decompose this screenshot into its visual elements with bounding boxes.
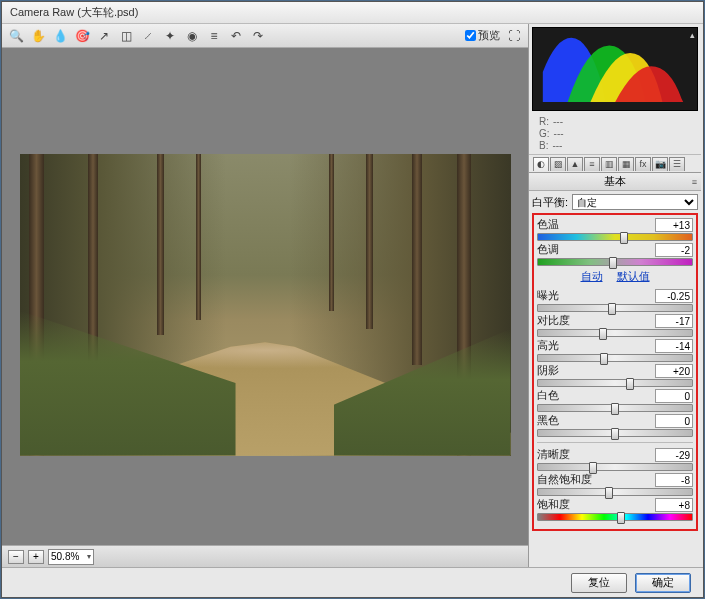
tab-split[interactable]: ▥ bbox=[601, 157, 617, 171]
saturation-thumb[interactable] bbox=[617, 512, 625, 524]
blacks-slider[interactable] bbox=[537, 429, 693, 437]
fullscreen-icon[interactable]: ⛶ bbox=[506, 28, 522, 44]
toolbar: 🔍 ✋ 💧 🎯 ↗ ◫ ⟋ ✦ ◉ ≡ ↶ ↷ 预览 ⛶ bbox=[2, 24, 528, 48]
exposure-slider[interactable] bbox=[537, 304, 693, 312]
reset-button[interactable]: 复位 bbox=[571, 573, 627, 593]
tab-hsl[interactable]: ≡ bbox=[584, 157, 600, 171]
tint-label: 色调 bbox=[537, 243, 559, 257]
highlights-label: 高光 bbox=[537, 339, 559, 353]
zoom-in-button[interactable]: + bbox=[28, 550, 44, 564]
vibrance-label: 自然饱和度 bbox=[537, 473, 592, 487]
crop-tool-icon[interactable]: ◫ bbox=[118, 28, 134, 44]
panel-menu-icon[interactable]: ≡ bbox=[692, 177, 697, 187]
shadows-thumb[interactable] bbox=[626, 378, 634, 390]
temperature-input[interactable] bbox=[655, 218, 693, 232]
zoom-out-button[interactable]: − bbox=[8, 550, 24, 564]
titlebar: Camera Raw (大车轮.psd) bbox=[2, 2, 703, 24]
saturation-input[interactable] bbox=[655, 498, 693, 512]
temperature-slider[interactable] bbox=[537, 233, 693, 241]
clarity-input[interactable] bbox=[655, 448, 693, 462]
tab-basic[interactable]: ◐ bbox=[533, 157, 549, 171]
redeye-tool-icon[interactable]: ◉ bbox=[184, 28, 200, 44]
tint-slider[interactable] bbox=[537, 258, 693, 266]
wb-select[interactable]: 自定 bbox=[572, 194, 698, 210]
zoom-bar: − + 50.8% bbox=[2, 545, 528, 567]
spot-removal-icon[interactable]: ✦ bbox=[162, 28, 178, 44]
canvas-area bbox=[2, 48, 528, 545]
zoom-select[interactable]: 50.8% bbox=[48, 549, 94, 565]
vibrance-thumb[interactable] bbox=[605, 487, 613, 499]
temperature-label: 色温 bbox=[537, 218, 559, 232]
whites-label: 白色 bbox=[537, 389, 559, 403]
panel-title: 基本 ≡ bbox=[529, 173, 701, 191]
blacks-thumb[interactable] bbox=[611, 428, 619, 440]
preview-label: 预览 bbox=[478, 28, 500, 43]
tab-fx[interactable]: fx bbox=[635, 157, 651, 171]
clarity-slider[interactable] bbox=[537, 463, 693, 471]
whites-thumb[interactable] bbox=[611, 403, 619, 415]
footer: 复位 确定 bbox=[2, 567, 703, 597]
wb-label: 白平衡: bbox=[532, 195, 568, 210]
hand-tool-icon[interactable]: ✋ bbox=[30, 28, 46, 44]
whites-input[interactable] bbox=[655, 389, 693, 403]
tab-camera[interactable]: 📷 bbox=[652, 157, 668, 171]
clarity-label: 清晰度 bbox=[537, 448, 570, 462]
target-adjust-icon[interactable]: ↗ bbox=[96, 28, 112, 44]
shadows-input[interactable] bbox=[655, 364, 693, 378]
exposure-label: 曝光 bbox=[537, 289, 559, 303]
vibrance-slider[interactable] bbox=[537, 488, 693, 496]
zoom-tool-icon[interactable]: 🔍 bbox=[8, 28, 24, 44]
shadows-slider[interactable] bbox=[537, 379, 693, 387]
preview-checkbox-input[interactable] bbox=[465, 30, 476, 41]
auto-link[interactable]: 自动 bbox=[581, 270, 603, 284]
tab-curve[interactable]: ▨ bbox=[550, 157, 566, 171]
rotate-cw-icon[interactable]: ↷ bbox=[250, 28, 266, 44]
saturation-label: 饱和度 bbox=[537, 498, 570, 512]
preview-checkbox[interactable]: 预览 bbox=[465, 28, 500, 43]
temperature-thumb[interactable] bbox=[620, 232, 628, 244]
default-link[interactable]: 默认值 bbox=[617, 270, 650, 284]
saturation-slider[interactable] bbox=[537, 513, 693, 521]
contrast-slider[interactable] bbox=[537, 329, 693, 337]
exposure-thumb[interactable] bbox=[608, 303, 616, 315]
annotation-box: 色温 色调 自动 默认值 曝光 bbox=[532, 213, 698, 531]
panel-tabs: ◐ ▨ ▲ ≡ ▥ ▦ fx 📷 ☰ bbox=[529, 155, 701, 173]
tint-input[interactable] bbox=[655, 243, 693, 257]
preview-image[interactable] bbox=[20, 154, 511, 456]
ok-button[interactable]: 确定 bbox=[635, 573, 691, 593]
rotate-ccw-icon[interactable]: ↶ bbox=[228, 28, 244, 44]
highlights-slider[interactable] bbox=[537, 354, 693, 362]
shadows-label: 阴影 bbox=[537, 364, 559, 378]
clarity-thumb[interactable] bbox=[589, 462, 597, 474]
blacks-input[interactable] bbox=[655, 414, 693, 428]
tab-presets[interactable]: ☰ bbox=[669, 157, 685, 171]
rgb-readout: R:--- G:--- B:--- bbox=[529, 114, 701, 155]
tab-detail[interactable]: ▲ bbox=[567, 157, 583, 171]
white-balance-tool-icon[interactable]: 💧 bbox=[52, 28, 68, 44]
blacks-label: 黑色 bbox=[537, 414, 559, 428]
highlights-input[interactable] bbox=[655, 339, 693, 353]
histogram[interactable]: ▴ bbox=[532, 27, 698, 111]
exposure-input[interactable] bbox=[655, 289, 693, 303]
tab-lens[interactable]: ▦ bbox=[618, 157, 634, 171]
window-title: Camera Raw (大车轮.psd) bbox=[10, 5, 138, 20]
color-sampler-icon[interactable]: 🎯 bbox=[74, 28, 90, 44]
contrast-thumb[interactable] bbox=[599, 328, 607, 340]
whites-slider[interactable] bbox=[537, 404, 693, 412]
contrast-label: 对比度 bbox=[537, 314, 570, 328]
vibrance-input[interactable] bbox=[655, 473, 693, 487]
prefs-icon[interactable]: ≡ bbox=[206, 28, 222, 44]
tint-thumb[interactable] bbox=[609, 257, 617, 269]
straighten-tool-icon[interactable]: ⟋ bbox=[140, 28, 156, 44]
contrast-input[interactable] bbox=[655, 314, 693, 328]
highlights-thumb[interactable] bbox=[600, 353, 608, 365]
